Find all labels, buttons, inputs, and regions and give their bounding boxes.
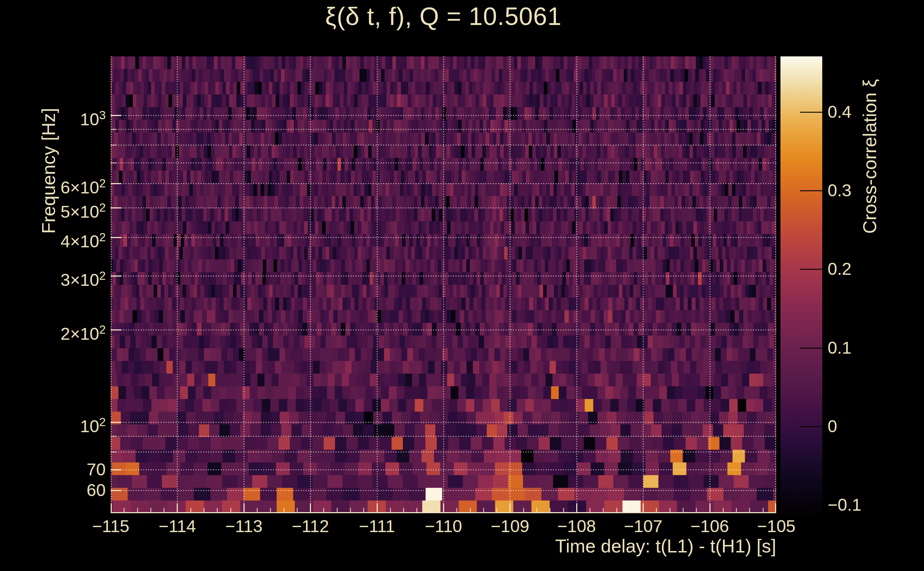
colorbar-title: Cross-correlation ξ [860,55,880,234]
colorbar-tick-mark-0.3 [800,190,822,191]
y-tick-label-600: 6×102 [14,173,106,198]
colorbar-tick-mark-0.4 [800,112,822,113]
colorbar-tick-mark-0.1 [800,347,822,349]
x-axis-title: Time delay: t(L1) - t(H1) [s] [111,536,776,557]
y-tick-label-400: 4×102 [14,227,106,252]
colorbar-tick-label-0.1: 0.1 [828,338,921,358]
colorbar-tick-label-−0.1: −0.1 [828,495,921,515]
x-tick-label-−105: −105 [737,517,816,536]
y-tick-label-60: 60 [14,480,106,500]
colorbar-tick-label-0: 0 [828,417,921,437]
y-tick-label-300: 3×102 [14,266,106,290]
chart-title: ξ(δ t, f), Q = 10.5061 [111,1,776,33]
y-tick-label-1000: 103 [14,105,106,130]
heatmap-plot [111,56,776,513]
y-tick-label-100: 102 [14,412,106,437]
colorbar-gradient [780,56,822,514]
cross-correlation-chart: ξ(δ t, f), Q = 10.5061 Frequency [Hz] 10… [0,0,924,571]
colorbar-tick-mark-−0.1 [800,505,822,506]
y-tick-label-70: 70 [14,460,106,480]
colorbar-tick-label-0.2: 0.2 [828,259,921,279]
colorbar-tick-mark-0 [800,426,822,427]
y-tick-label-500: 5×102 [14,198,106,222]
colorbar-tick-mark-0.2 [800,269,822,270]
y-tick-label-200: 2×102 [14,320,106,344]
